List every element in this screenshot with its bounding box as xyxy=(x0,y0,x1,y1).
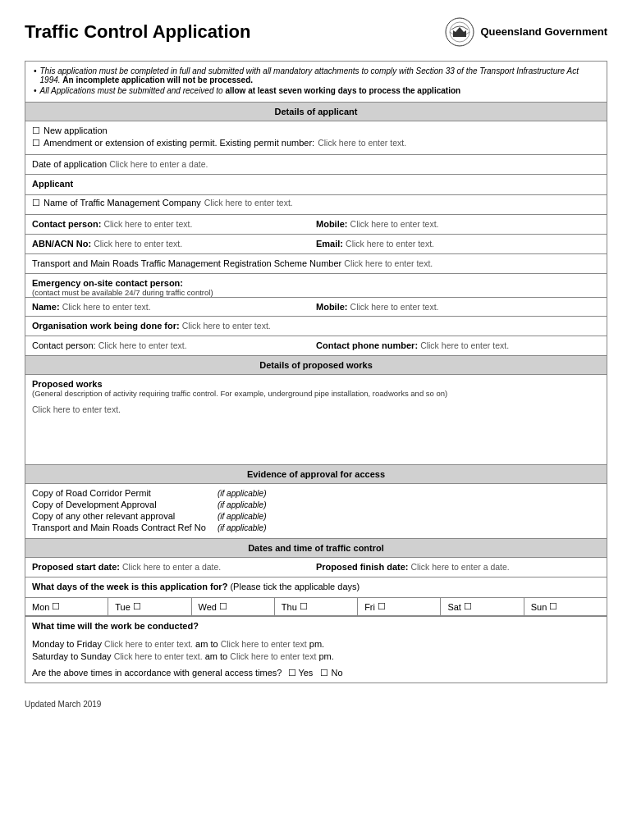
day-wed: Wed ☐ xyxy=(192,598,275,615)
finish-date-col: Proposed finish date: Click here to ente… xyxy=(316,562,600,573)
org-contact-input[interactable]: Click here to enter text. xyxy=(98,340,187,350)
contact-mobile-row: Contact person: Click here to enter text… xyxy=(25,215,607,235)
tmr-row: Transport and Main Roads Traffic Managem… xyxy=(25,254,607,274)
day-tue-checkbox[interactable]: ☐ xyxy=(133,601,141,612)
day-mon-label: Mon xyxy=(32,602,49,612)
day-tue-label: Tue xyxy=(115,602,131,612)
date-of-application-row: Date of application Click here to enter … xyxy=(25,155,607,175)
mon-fri-end-input[interactable]: Click here to enter text xyxy=(221,639,307,649)
org-contact-col: Contact person: Click here to enter text… xyxy=(32,340,316,351)
emergency-header-row: Emergency on-site contact person: (conta… xyxy=(25,274,607,297)
day-fri-checkbox[interactable]: ☐ xyxy=(378,601,386,612)
logo-text: Queensland Government xyxy=(480,25,607,39)
start-finish-date-row: Proposed start date: Click here to enter… xyxy=(25,558,607,578)
email-col: Email: Click here to enter text. xyxy=(316,239,600,249)
day-sat-checkbox[interactable]: ☐ xyxy=(464,601,472,612)
emer-mobile-col: Mobile: Click here to enter text. xyxy=(316,302,600,312)
abn-email-row: ABN/ACN No: Click here to enter text. Em… xyxy=(25,235,607,254)
contact-col: Contact person: Click here to enter text… xyxy=(32,219,316,230)
amendment-checkbox[interactable]: ☐ xyxy=(32,138,40,148)
sat-sun-start-input[interactable]: Click here to enter text. xyxy=(114,651,203,661)
day-mon-checkbox[interactable]: ☐ xyxy=(52,601,60,612)
finish-date-input[interactable]: Click here to enter a date. xyxy=(411,562,510,572)
day-sun-label: Sun xyxy=(531,602,547,612)
abn-col: ABN/ACN No: Click here to enter text. xyxy=(32,239,316,249)
amendment-permit-input[interactable]: Click here to enter text. xyxy=(318,138,406,148)
date-of-application-input[interactable]: Click here to enter a date. xyxy=(109,159,208,169)
info-box: This application must be completed in fu… xyxy=(25,62,607,103)
day-mon: Mon ☐ xyxy=(25,598,108,615)
approval-item-1: Copy of Development Approval (if applica… xyxy=(32,500,600,509)
applicant-details-header: Details of applicant xyxy=(25,103,607,121)
abn-input[interactable]: Click here to enter text. xyxy=(94,239,182,249)
email-input[interactable]: Click here to enter text. xyxy=(346,239,434,249)
tmc-checkbox-row: ☐ Name of Traffic Management Company Cli… xyxy=(32,198,600,208)
start-date-col: Proposed start date: Click here to enter… xyxy=(32,562,316,573)
tmc-checkbox[interactable]: ☐ xyxy=(32,198,40,208)
tmr-input[interactable]: Click here to enter text. xyxy=(344,258,433,268)
logo-bold: Queensland Government xyxy=(480,25,607,38)
dates-time-header: Dates and time of traffic control xyxy=(25,539,607,558)
info-line2: All Applications must be submitted and r… xyxy=(34,86,598,95)
approval-item-0: Copy of Road Corridor Permit (if applica… xyxy=(32,488,600,498)
day-thu-checkbox[interactable]: ☐ xyxy=(300,601,308,612)
approval-item-2: Copy of any other relevant approval (if … xyxy=(32,511,600,521)
info-line1: This application must be completed in fu… xyxy=(34,66,598,84)
mon-fri-start-input[interactable]: Click here to enter text. xyxy=(104,639,193,649)
time-conducted-header-row: What time will the work be conducted? xyxy=(25,616,607,636)
mon-fri-time-row: Monday to Friday Click here to enter tex… xyxy=(32,639,600,649)
new-application-row: ☐ New application ☐ Amendment or extensi… xyxy=(25,121,607,155)
org-row: Organisation work being done for: Click … xyxy=(25,317,607,336)
day-fri: Fri ☐ xyxy=(358,598,441,615)
approval-item-3: Transport and Main Roads Contract Ref No… xyxy=(32,523,600,532)
evidence-header: Evidence of approval for access xyxy=(25,465,607,484)
day-thu: Thu ☐ xyxy=(275,598,358,615)
emer-name-col: Name: Click here to enter text. xyxy=(32,302,316,312)
updated-text: Updated March 2019 xyxy=(25,700,101,709)
access-yes-checkbox[interactable]: ☐ xyxy=(288,668,296,678)
crest-icon xyxy=(444,16,475,48)
proposed-works-title-row: Proposed works (General description of a… xyxy=(25,375,607,399)
proposed-works-input-area[interactable]: Click here to enter text. xyxy=(25,399,607,465)
access-no-checkbox[interactable]: ☐ xyxy=(320,668,328,678)
new-application-checkbox[interactable]: ☐ xyxy=(32,126,40,136)
days-checkboxes-row: Mon ☐ Tue ☐ Wed ☐ Thu ☐ Fri ☐ Sat ☐ Sun … xyxy=(25,597,607,616)
org-phone-col: Contact phone number: Click here to ente… xyxy=(316,340,600,351)
application-form: This application must be completed in fu… xyxy=(25,61,607,683)
start-date-input[interactable]: Click here to enter a date. xyxy=(122,562,221,572)
contact-input[interactable]: Click here to enter text. xyxy=(103,219,192,229)
page-footer: Updated March 2019 xyxy=(25,700,607,709)
proposed-works-header: Details of proposed works xyxy=(25,356,607,375)
org-input[interactable]: Click here to enter text. xyxy=(182,321,271,331)
applicant-section-header: Applicant xyxy=(25,175,607,194)
page-header: Traffic Control Application Queensland G… xyxy=(25,16,607,48)
day-sun: Sun ☐ xyxy=(524,598,607,615)
proposed-works-input[interactable]: Click here to enter text. xyxy=(32,404,121,414)
page-title: Traffic Control Application xyxy=(25,21,250,43)
day-sat-label: Sat xyxy=(447,602,461,612)
tmc-row: ☐ Name of Traffic Management Company Cli… xyxy=(25,194,607,215)
org-phone-input[interactable]: Click here to enter text. xyxy=(420,340,509,350)
mobile-input[interactable]: Click here to enter text. xyxy=(350,219,439,229)
time-conducted-rows: Monday to Friday Click here to enter tex… xyxy=(25,636,607,682)
day-sun-checkbox[interactable]: ☐ xyxy=(549,601,557,612)
tmc-input[interactable]: Click here to enter text. xyxy=(204,198,293,208)
emergency-name-mobile-row: Name: Click here to enter text. Mobile: … xyxy=(25,297,607,317)
day-sat: Sat ☐ xyxy=(441,598,524,615)
new-application-checkbox-row: ☐ New application xyxy=(32,126,600,136)
queensland-government-logo: Queensland Government xyxy=(444,16,607,48)
amendment-checkbox-row: ☐ Amendment or extension of existing per… xyxy=(32,138,600,148)
days-question-row: What days of the week is this applicatio… xyxy=(25,578,607,597)
day-wed-checkbox[interactable]: ☐ xyxy=(219,601,227,612)
day-tue: Tue ☐ xyxy=(108,598,191,615)
day-wed-label: Wed xyxy=(199,602,217,612)
sat-sun-end-input[interactable]: Click here to enter text xyxy=(230,651,316,661)
emer-name-input[interactable]: Click here to enter text. xyxy=(62,302,151,312)
mobile-col: Mobile: Click here to enter text. xyxy=(316,219,600,230)
sat-sun-time-row: Saturday to Sunday Click here to enter t… xyxy=(32,651,600,661)
org-contact-phone-row: Contact person: Click here to enter text… xyxy=(25,336,607,356)
access-times-row: Are the above times in accordance with g… xyxy=(32,668,600,678)
emer-mobile-input[interactable]: Click here to enter text. xyxy=(350,302,439,312)
approval-list: Copy of Road Corridor Permit (if applica… xyxy=(25,484,607,539)
day-fri-label: Fri xyxy=(364,602,375,612)
